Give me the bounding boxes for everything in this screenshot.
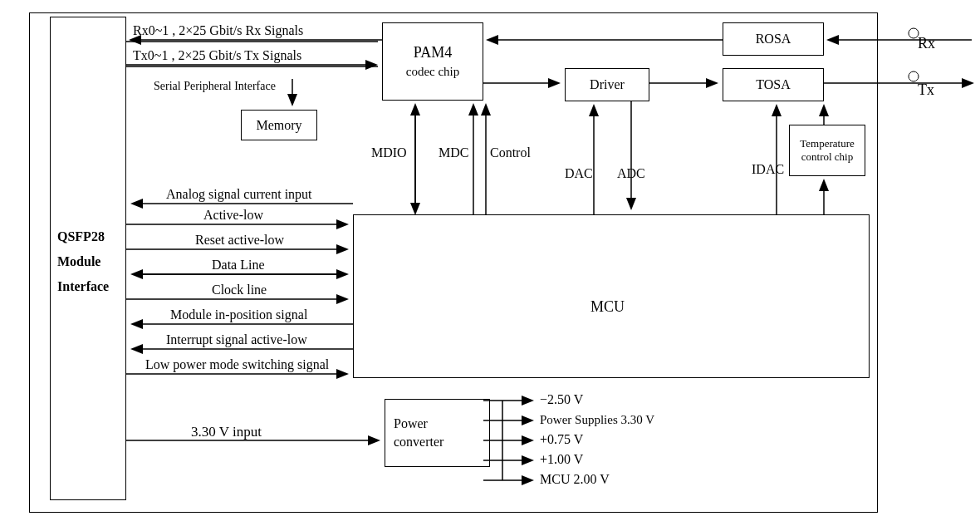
pam4-line2: codec chip [406, 65, 460, 79]
tx-signals-label: Tx0~1 , 2×25 Gbit/s Tx Signals [133, 48, 301, 63]
pout-2: +0.75 V [540, 432, 583, 447]
spi-label: Serial Peripheral Interface [154, 80, 276, 93]
pout-1: Power Supplies 3.30 V [540, 413, 654, 427]
pout-0: −2.50 V [540, 392, 583, 407]
mcu-block: MCU [353, 214, 870, 378]
control-label: Control [490, 145, 531, 160]
temp-line2: control chip [801, 150, 853, 164]
qsfp-interface: QSFP28 Module Interface [50, 17, 126, 500]
power-line2: converter [394, 435, 443, 450]
mdio-label: MDIO [371, 145, 407, 160]
sig-0: Analog signal current input [166, 187, 312, 202]
temp-chip-block: Temperature control chip [789, 125, 865, 176]
driver-block: Driver [565, 68, 649, 101]
pam4-line1: PAM4 [414, 44, 452, 61]
dac-label: DAC [565, 166, 593, 181]
sig-4: Clock line [212, 283, 267, 297]
rosa-label: ROSA [756, 32, 791, 47]
qsfp-line2: Module [57, 254, 149, 269]
mdc-label: MDC [439, 145, 468, 160]
pam4-block: PAM4 codec chip [382, 22, 483, 101]
sig-6: Interrupt signal active-low [166, 332, 307, 347]
sig-2: Reset active-low [195, 233, 284, 248]
tosa-block: TOSA [723, 68, 824, 101]
temp-line1: Temperature [800, 137, 855, 150]
adc-label: ADC [617, 166, 645, 181]
power-converter-block: Power converter [385, 399, 490, 467]
svg-point-9 [909, 71, 919, 81]
memory-label: Memory [256, 118, 301, 133]
rosa-block: ROSA [723, 22, 824, 56]
sig-7: Low power mode switching signal [145, 357, 329, 372]
qsfp-line1: QSFP28 [57, 229, 149, 244]
pout-3: +1.00 V [540, 452, 583, 467]
idac-label: IDAC [752, 162, 784, 177]
sig-3: Data Line [212, 258, 265, 273]
sig-5: Module in-position signal [170, 307, 307, 322]
power-input-label: 3.30 V input [191, 424, 262, 440]
qsfp-line3: Interface [57, 279, 149, 294]
driver-label: Driver [590, 77, 625, 92]
power-line1: Power [394, 416, 428, 431]
tosa-label: TOSA [756, 77, 791, 92]
pout-4: MCU 2.00 V [540, 472, 610, 487]
mcu-label: MCU [590, 298, 625, 316]
block-diagram: QSFP28 Module Interface PAM4 codec chip … [0, 0, 980, 526]
ext-tx: Tx [918, 81, 934, 99]
rx-signals-label: Rx0~1 , 2×25 Gbit/s Rx Signals [133, 23, 303, 38]
memory-block: Memory [241, 110, 317, 140]
sig-1: Active-low [203, 208, 263, 223]
ext-rx: Rx [918, 35, 935, 52]
